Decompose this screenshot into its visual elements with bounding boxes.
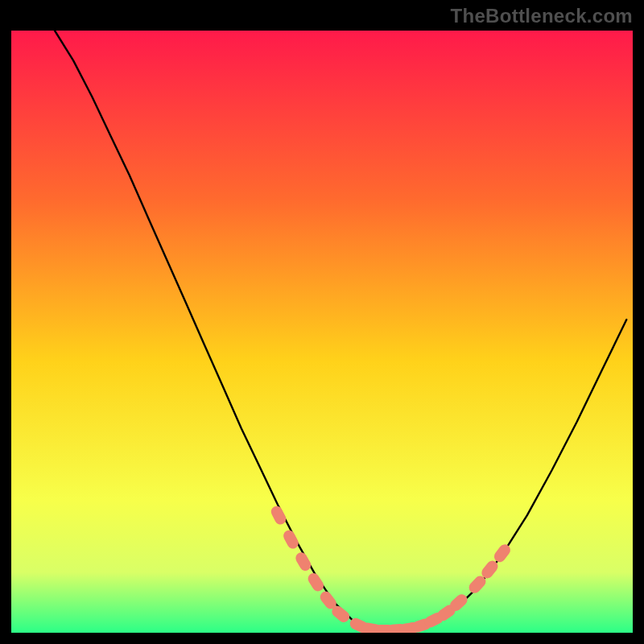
- bottleneck-chart: [11, 31, 633, 633]
- chart-frame: TheBottleneck.com: [0, 0, 644, 644]
- watermark-text: TheBottleneck.com: [451, 5, 633, 27]
- plot-area: [11, 31, 633, 633]
